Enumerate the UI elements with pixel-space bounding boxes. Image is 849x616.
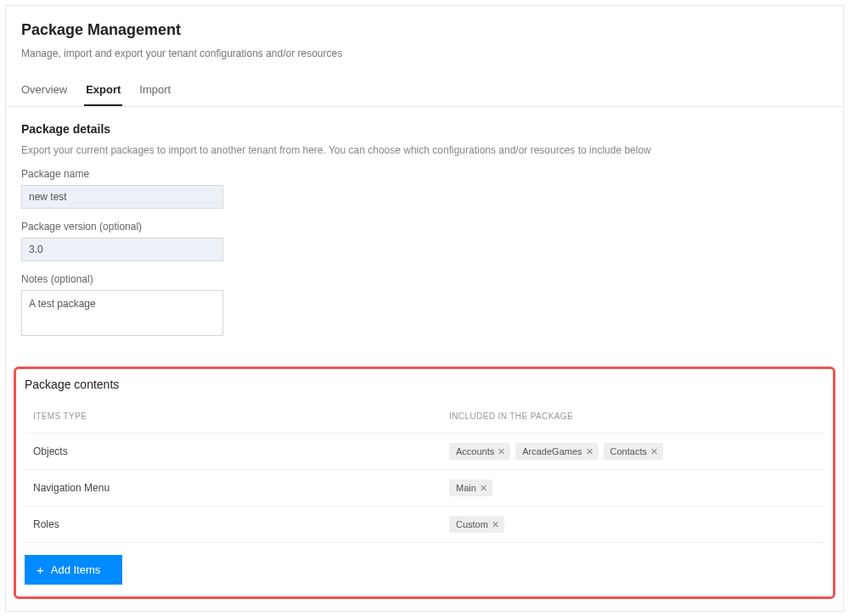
tag: Custom✕ bbox=[449, 516, 504, 533]
plus-icon: + bbox=[37, 563, 44, 576]
contents-title: Package contents bbox=[25, 378, 824, 391]
row-tags: Custom✕ bbox=[449, 507, 824, 542]
contents-header: ITEMS TYPE INCLUDED IN THE PACKAGE bbox=[25, 403, 824, 434]
add-items-button[interactable]: + Add Items bbox=[25, 555, 122, 585]
tab-export[interactable]: Export bbox=[84, 75, 122, 106]
details-desc: Export your current packages to import t… bbox=[21, 144, 828, 156]
close-icon[interactable]: ✕ bbox=[650, 447, 658, 456]
tag: Accounts✕ bbox=[449, 443, 510, 460]
details-title: Package details bbox=[21, 122, 828, 136]
row-type: Objects bbox=[25, 434, 449, 469]
input-package-name[interactable] bbox=[21, 185, 223, 209]
field-notes: Notes (optional) bbox=[21, 273, 828, 339]
close-icon[interactable]: ✕ bbox=[498, 447, 505, 456]
textarea-notes[interactable] bbox=[21, 290, 223, 336]
field-package-version: Package version (optional) bbox=[21, 221, 828, 261]
package-contents-highlight: Package contents ITEMS TYPE INCLUDED IN … bbox=[14, 367, 835, 599]
tag-label: Custom bbox=[456, 519, 488, 529]
input-package-version[interactable] bbox=[21, 238, 223, 261]
close-icon[interactable]: ✕ bbox=[586, 447, 593, 456]
col-header-items-type: ITEMS TYPE bbox=[25, 403, 449, 433]
tag-label: ArcadeGames bbox=[522, 446, 582, 456]
table-row: Roles Custom✕ bbox=[25, 507, 824, 543]
tab-import[interactable]: Import bbox=[138, 75, 172, 106]
tab-overview[interactable]: Overview bbox=[20, 75, 69, 106]
table-row: Objects Accounts✕ ArcadeGames✕ Contacts✕ bbox=[25, 434, 824, 470]
tag-label: Main bbox=[456, 483, 476, 493]
label-package-name: Package name bbox=[21, 168, 828, 180]
add-items-label: Add Items bbox=[51, 563, 101, 576]
tag-label: Contacts bbox=[610, 446, 647, 456]
field-package-name: Package name bbox=[21, 168, 828, 209]
row-type: Roles bbox=[25, 507, 449, 542]
row-tags: Main✕ bbox=[449, 470, 824, 506]
table-row: Navigation Menu Main✕ bbox=[25, 470, 824, 507]
package-details: Package details Export your current pack… bbox=[6, 107, 843, 367]
page-subtitle: Manage, import and export your tenant co… bbox=[21, 48, 828, 59]
row-tags: Accounts✕ ArcadeGames✕ Contacts✕ bbox=[449, 434, 824, 469]
tag-label: Accounts bbox=[456, 446, 494, 456]
header-section: Package Management Manage, import and ex… bbox=[6, 6, 843, 59]
col-header-included: INCLUDED IN THE PACKAGE bbox=[449, 403, 824, 433]
row-type: Navigation Menu bbox=[25, 470, 449, 506]
label-notes: Notes (optional) bbox=[21, 273, 828, 285]
page-container: Package Management Manage, import and ex… bbox=[5, 5, 844, 612]
tabs: Overview Export Import bbox=[6, 75, 843, 107]
tag: ArcadeGames✕ bbox=[515, 443, 598, 460]
close-icon[interactable]: ✕ bbox=[480, 484, 487, 493]
close-icon[interactable]: ✕ bbox=[492, 520, 499, 529]
tag: Main✕ bbox=[449, 479, 492, 496]
page-title: Package Management bbox=[21, 21, 828, 39]
label-package-version: Package version (optional) bbox=[21, 221, 828, 232]
tag: Contacts✕ bbox=[604, 443, 663, 460]
contents-table: ITEMS TYPE INCLUDED IN THE PACKAGE Objec… bbox=[25, 403, 824, 543]
